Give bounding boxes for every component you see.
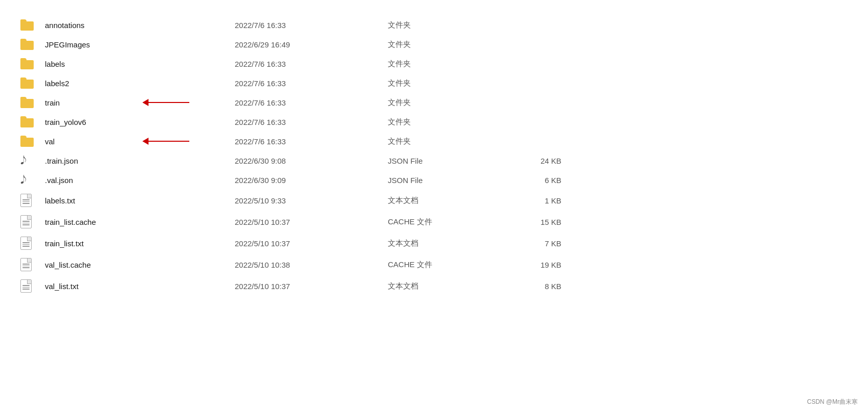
arrow-line [148, 102, 189, 103]
file-type: 文件夹 [388, 59, 500, 69]
folder-icon [20, 77, 34, 89]
file-row[interactable]: 𝅘𝅥𝅮 .train.json 2022/6/30 9:08 JSON File… [20, 151, 848, 170]
file-row[interactable]: val_list.txt 2022/5/10 10:37 文本文档 8 KB [20, 275, 848, 297]
file-name-cell: train_list.cache [20, 215, 235, 228]
file-type: 文本文档 [388, 239, 500, 248]
icon-wrapper [20, 279, 41, 293]
file-row[interactable]: val 2022/7/6 16:33 文件夹 [20, 132, 848, 151]
file-name-cell: train_list.txt [20, 237, 235, 250]
file-size: 8 KB [500, 282, 561, 291]
folder-icon [20, 116, 34, 127]
icon-wrapper [20, 237, 41, 250]
file-type: CACHE 文件 [388, 217, 500, 227]
icon-wrapper [20, 215, 41, 228]
file-name: train_list.txt [45, 239, 84, 248]
file-icon [20, 237, 32, 250]
icon-wrapper [20, 58, 41, 69]
file-date: 2022/5/10 9:33 [235, 196, 388, 205]
file-name-cell: val_list.cache [20, 258, 235, 271]
folder-icon [20, 136, 34, 147]
file-date: 2022/5/10 10:37 [235, 239, 388, 248]
file-type: 文本文档 [388, 281, 500, 291]
file-list: annotations 2022/7/6 16:33 文件夹 JPEGImage… [20, 15, 848, 297]
file-type: 文件夹 [388, 98, 500, 108]
icon-wrapper [20, 77, 41, 89]
file-name-cell: labels [20, 58, 235, 69]
arrow-head [142, 138, 148, 145]
file-row[interactable]: train_list.cache 2022/5/10 10:37 CACHE 文… [20, 211, 848, 232]
icon-wrapper: 𝅘𝅥𝅮 [20, 174, 41, 186]
file-name-cell: val_list.txt [20, 279, 235, 293]
file-name: val [45, 137, 55, 146]
file-type: 文件夹 [388, 20, 500, 30]
icon-wrapper: 𝅘𝅥𝅮 [20, 155, 41, 166]
file-row[interactable]: labels 2022/7/6 16:33 文件夹 [20, 54, 848, 73]
file-type: 文本文档 [388, 196, 500, 205]
file-name-cell: JPEGImages [20, 39, 235, 50]
file-type: CACHE 文件 [388, 260, 500, 270]
file-row[interactable]: train 2022/7/6 16:33 文件夹 [20, 93, 848, 112]
file-icon [20, 194, 32, 207]
file-row[interactable]: JPEGImages 2022/6/29 16:49 文件夹 [20, 35, 848, 54]
file-name: train [45, 98, 60, 107]
file-date: 2022/6/30 9:09 [235, 176, 388, 185]
file-row[interactable]: annotations 2022/7/6 16:33 文件夹 [20, 15, 848, 35]
file-name: annotations [45, 21, 85, 30]
file-name-cell: labels.txt [20, 194, 235, 207]
file-name: JPEGImages [45, 40, 90, 49]
arrow-annotation [143, 138, 189, 145]
file-date: 2022/5/10 10:38 [235, 261, 388, 269]
file-name: labels2 [45, 79, 69, 88]
folder-icon [20, 97, 34, 108]
file-name: .val.json [45, 176, 73, 185]
file-type: 文件夹 [388, 79, 500, 88]
file-name: val_list.cache [45, 261, 91, 269]
file-size: 6 KB [500, 176, 561, 185]
file-size: 15 KB [500, 218, 561, 226]
file-icon [20, 215, 32, 228]
file-name-cell: annotations [20, 19, 235, 31]
folder-icon [20, 19, 34, 31]
file-date: 2022/7/6 16:33 [235, 98, 388, 107]
file-icon [20, 258, 32, 271]
icon-wrapper [20, 116, 41, 127]
file-date: 2022/7/6 16:33 [235, 118, 388, 126]
arrow-line [148, 141, 189, 142]
file-date: 2022/6/30 9:08 [235, 157, 388, 165]
file-name-cell: val [20, 136, 235, 147]
file-row[interactable]: train_yolov6 2022/7/6 16:33 文件夹 [20, 112, 848, 132]
file-row[interactable]: train_list.txt 2022/5/10 10:37 文本文档 7 KB [20, 232, 848, 254]
file-row[interactable]: val_list.cache 2022/5/10 10:38 CACHE 文件 … [20, 254, 848, 275]
file-date: 2022/6/29 16:49 [235, 40, 388, 49]
file-row[interactable]: labels2 2022/7/6 16:33 文件夹 [20, 73, 848, 93]
file-row[interactable]: labels.txt 2022/5/10 9:33 文本文档 1 KB [20, 190, 848, 211]
file-name-cell: labels2 [20, 77, 235, 89]
file-row[interactable]: 𝅘𝅥𝅮 .val.json 2022/6/30 9:09 JSON File 6… [20, 170, 848, 190]
icon-wrapper [20, 136, 41, 147]
file-size: 1 KB [500, 196, 561, 205]
file-date: 2022/7/6 16:33 [235, 137, 388, 146]
file-type: 文件夹 [388, 137, 500, 146]
folder-icon [20, 39, 34, 50]
file-name: labels.txt [45, 196, 75, 205]
icon-wrapper [20, 19, 41, 31]
file-name: train_yolov6 [45, 118, 86, 126]
file-name-cell: train [20, 97, 235, 108]
file-date: 2022/7/6 16:33 [235, 79, 388, 88]
file-name-cell: 𝅘𝅥𝅮 .val.json [20, 174, 235, 186]
arrow-annotation [143, 99, 189, 106]
file-size: 24 KB [500, 157, 561, 165]
file-icon [20, 279, 32, 293]
icon-wrapper [20, 97, 41, 108]
file-type: JSON File [388, 176, 500, 185]
file-date: 2022/7/6 16:33 [235, 21, 388, 30]
file-size: 19 KB [500, 261, 561, 269]
file-name: labels [45, 60, 65, 68]
file-type: 文件夹 [388, 40, 500, 49]
file-date: 2022/5/10 10:37 [235, 282, 388, 291]
file-name: .train.json [45, 157, 78, 165]
icon-wrapper [20, 258, 41, 271]
file-name-cell: train_yolov6 [20, 116, 235, 127]
file-date: 2022/5/10 10:37 [235, 218, 388, 226]
file-name-cell: 𝅘𝅥𝅮 .train.json [20, 155, 235, 166]
